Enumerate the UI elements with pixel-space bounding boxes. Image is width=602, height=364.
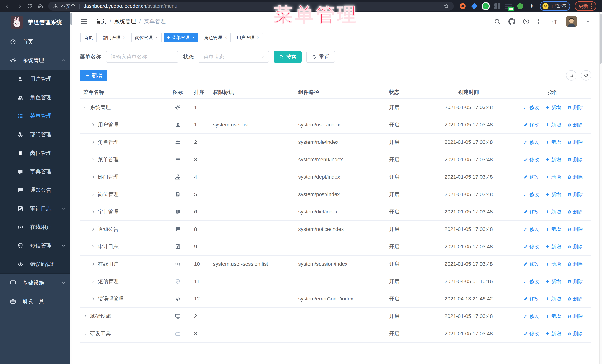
- help-icon[interactable]: [523, 18, 530, 25]
- sidebar-item-3[interactable]: 角色管理: [0, 88, 72, 107]
- sidebar-item-4[interactable]: 菜单管理: [0, 107, 72, 125]
- row-expand-icon[interactable]: [91, 245, 95, 249]
- edit-link[interactable]: 修改: [524, 261, 539, 267]
- app-logo[interactable]: 芋道管理系统: [0, 12, 72, 32]
- add-link[interactable]: 新增: [545, 243, 561, 250]
- font-size-icon[interactable]: tT: [552, 18, 559, 25]
- github-icon[interactable]: [508, 18, 515, 25]
- page-scrollbar[interactable]: [599, 12, 602, 364]
- menu-name-input[interactable]: [106, 51, 178, 63]
- toggle-search-button[interactable]: [566, 70, 576, 81]
- tab-1[interactable]: 部门管理 ×: [99, 33, 129, 42]
- page-scrollbar-thumb[interactable]: [600, 14, 602, 64]
- sidebar-scrollbar[interactable]: [70, 12, 72, 364]
- add-link[interactable]: 新增: [545, 209, 561, 215]
- row-expand-icon[interactable]: [83, 314, 87, 318]
- delete-link[interactable]: 删除: [567, 331, 583, 337]
- tab-0[interactable]: 首页: [80, 33, 97, 42]
- fullscreen-icon[interactable]: [537, 18, 544, 25]
- sidebar-item-12[interactable]: 错误码管理: [0, 255, 72, 273]
- chevron-down-icon[interactable]: [584, 18, 591, 25]
- add-link[interactable]: 新增: [545, 261, 561, 267]
- tab-close-icon[interactable]: ×: [123, 35, 125, 40]
- edit-link[interactable]: 修改: [524, 331, 539, 337]
- edit-link[interactable]: 修改: [524, 226, 539, 233]
- sidebar-item-7[interactable]: 字典管理: [0, 162, 72, 181]
- sidebar-item-1[interactable]: 系统管理: [0, 51, 72, 70]
- add-link[interactable]: 新增: [545, 226, 561, 233]
- row-expand-icon[interactable]: [83, 332, 87, 336]
- row-expand-icon[interactable]: [91, 192, 95, 197]
- delete-link[interactable]: 删除: [567, 243, 583, 250]
- breadcrumb-item-0[interactable]: 首页: [96, 18, 106, 25]
- edit-link[interactable]: 修改: [524, 104, 539, 111]
- reset-button[interactable]: 重置: [306, 51, 335, 63]
- sidebar-item-10[interactable]: 在线用户: [0, 218, 72, 236]
- tab-5[interactable]: 用户管理 ×: [233, 33, 263, 42]
- hamburger-icon[interactable]: [80, 18, 87, 25]
- add-link[interactable]: 新增: [545, 104, 561, 111]
- add-link[interactable]: 新增: [545, 296, 561, 302]
- tab-3[interactable]: 菜单管理 ×: [164, 33, 198, 42]
- browser-home-icon[interactable]: [36, 1, 45, 11]
- row-expand-icon[interactable]: [91, 297, 95, 301]
- add-link[interactable]: 新增: [545, 156, 561, 163]
- sidebar-item-13[interactable]: 基础设施: [0, 274, 72, 292]
- add-link[interactable]: 新增: [545, 191, 561, 198]
- edit-link[interactable]: 修改: [524, 174, 539, 180]
- row-expand-icon[interactable]: [91, 140, 95, 144]
- tab-close-icon[interactable]: ×: [192, 35, 195, 40]
- sidebar-item-8[interactable]: 通知公告: [0, 181, 72, 199]
- tab-close-icon[interactable]: ×: [155, 35, 158, 40]
- extension-grid-icon[interactable]: [493, 2, 501, 10]
- add-link[interactable]: 新增: [545, 122, 561, 128]
- sidebar-item-9[interactable]: 审计日志: [0, 199, 72, 218]
- edit-link[interactable]: 修改: [524, 156, 539, 163]
- add-link[interactable]: 新增: [545, 313, 561, 320]
- row-expand-icon[interactable]: [91, 175, 95, 179]
- edit-link[interactable]: 修改: [524, 191, 539, 198]
- row-expand-icon[interactable]: [91, 157, 95, 162]
- row-expand-icon[interactable]: [91, 227, 95, 231]
- sidebar-item-6[interactable]: 岗位管理: [0, 144, 72, 162]
- tab-4[interactable]: 角色管理 ×: [201, 33, 231, 42]
- edit-link[interactable]: 修改: [524, 243, 539, 250]
- edit-link[interactable]: 修改: [524, 296, 539, 302]
- sidebar-item-5[interactable]: 部门管理: [0, 125, 72, 144]
- add-link[interactable]: 新增: [545, 278, 561, 285]
- row-expand-icon[interactable]: [91, 123, 95, 127]
- edit-link[interactable]: 修改: [524, 139, 539, 146]
- search-button[interactable]: 搜索: [274, 51, 301, 63]
- bookmark-star-icon[interactable]: [443, 3, 449, 9]
- browser-forward-icon[interactable]: [14, 1, 24, 11]
- extension-tool-icon[interactable]: [516, 2, 524, 10]
- add-link[interactable]: 新增: [545, 139, 561, 146]
- add-link[interactable]: 新增: [545, 174, 561, 180]
- row-expand-icon[interactable]: [91, 262, 95, 266]
- delete-link[interactable]: 删除: [567, 313, 583, 320]
- delete-link[interactable]: 删除: [567, 156, 583, 163]
- delete-link[interactable]: 删除: [567, 174, 583, 180]
- row-expand-icon[interactable]: [83, 105, 87, 109]
- delete-link[interactable]: 删除: [567, 296, 583, 302]
- tab-close-icon[interactable]: ×: [225, 35, 227, 40]
- delete-link[interactable]: 删除: [567, 278, 583, 285]
- extension-puzzle-icon[interactable]: ✦: [527, 2, 536, 10]
- sidebar-item-0[interactable]: 首页: [0, 32, 72, 51]
- delete-link[interactable]: 删除: [567, 226, 583, 233]
- browser-update-button[interactable]: 更新: [575, 1, 596, 11]
- add-link[interactable]: 新增: [545, 331, 561, 337]
- extension-gem-icon[interactable]: [470, 2, 478, 10]
- browser-reload-icon[interactable]: [25, 1, 34, 11]
- delete-link[interactable]: 删除: [567, 122, 583, 128]
- edit-link[interactable]: 修改: [524, 278, 539, 285]
- search-icon[interactable]: [494, 18, 501, 25]
- sidebar-item-14[interactable]: 研发工具: [0, 292, 72, 311]
- delete-link[interactable]: 删除: [567, 191, 583, 198]
- extension-check-icon[interactable]: ✓: [482, 2, 490, 10]
- tab-close-icon[interactable]: ×: [257, 35, 259, 40]
- address-bar[interactable]: 不安全 dashboard.yudao.iocoder.cn/system/me…: [48, 2, 454, 10]
- browser-back-icon[interactable]: [3, 1, 13, 11]
- delete-link[interactable]: 删除: [567, 261, 583, 267]
- refresh-table-button[interactable]: [581, 70, 591, 81]
